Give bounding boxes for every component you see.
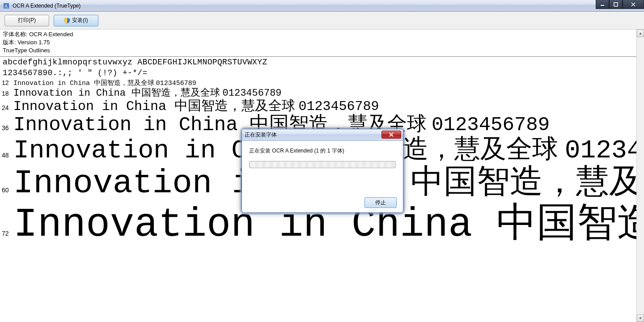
vertical-scrollbar[interactable]: ▲ ▼ bbox=[636, 30, 644, 322]
shield-icon bbox=[64, 17, 70, 24]
dialog-body: 正在安装 OCR A Extended (1 的 1 字体) bbox=[242, 141, 403, 174]
progress-bar bbox=[249, 161, 396, 168]
sample-text: Innovation in China 中国智造，慧及全球 0123456789 bbox=[13, 87, 282, 98]
sample-size-label: 12 bbox=[0, 79, 13, 86]
dialog-close-button[interactable] bbox=[381, 131, 401, 139]
toolbar: 打印(P) 安装(I) bbox=[0, 12, 644, 30]
maximize-button[interactable] bbox=[609, 0, 623, 9]
sample-size-label: 72 bbox=[0, 230, 13, 237]
window-title: OCR A Extended (TrueType) bbox=[13, 3, 80, 9]
print-button-label: 打印(P) bbox=[18, 17, 36, 24]
sample-row: 24Innovation in China 中国智造，慧及全球 01234567… bbox=[0, 98, 636, 114]
specimen-alphabet: abcdefghijklmnopqrstuvwxyz ABCDEFGHIJKLM… bbox=[0, 57, 636, 68]
install-button-label: 安装(I) bbox=[72, 17, 88, 24]
print-button[interactable]: 打印(P) bbox=[4, 15, 49, 26]
dialog-title: 正在安装字体 bbox=[245, 131, 277, 139]
scroll-down-arrow[interactable]: ▼ bbox=[637, 314, 644, 322]
install-button[interactable]: 安装(I) bbox=[54, 15, 98, 26]
close-button[interactable] bbox=[623, 0, 644, 9]
specimen-digits: 1234567890.:,; ' " (!?) +-*/= bbox=[0, 68, 636, 78]
svg-text:A: A bbox=[4, 4, 8, 8]
sample-text: Innovation in China 中国智造，慧及全球 0123456789 bbox=[13, 98, 379, 114]
window-controls bbox=[596, 0, 644, 9]
font-name-line: 字体名称: OCR A Extended bbox=[3, 30, 634, 38]
font-info: 字体名称: OCR A Extended 版本: Version 1.75 Tr… bbox=[0, 30, 636, 55]
sample-size-label: 18 bbox=[0, 90, 13, 97]
install-dialog: 正在安装字体 正在安装 OCR A Extended (1 的 1 字体) 停止 bbox=[242, 129, 403, 213]
sample-size-label: 36 bbox=[0, 124, 13, 131]
dialog-titlebar[interactable]: 正在安装字体 bbox=[242, 129, 403, 141]
minimize-button[interactable] bbox=[596, 0, 609, 9]
font-outlines-line: TrueType Outlines bbox=[3, 47, 634, 55]
svg-rect-3 bbox=[614, 3, 618, 6]
stop-button-label: 停止 bbox=[375, 199, 386, 207]
sample-row: 18Innovation in China 中国智造，慧及全球 01234567… bbox=[0, 87, 636, 98]
scroll-up-arrow[interactable]: ▲ bbox=[637, 30, 644, 37]
stop-button[interactable]: 停止 bbox=[364, 197, 397, 208]
font-version-line: 版本: Version 1.75 bbox=[3, 38, 634, 47]
dialog-message: 正在安装 OCR A Extended (1 的 1 字体) bbox=[249, 147, 396, 155]
sample-size-label: 48 bbox=[0, 152, 13, 159]
sample-size-label: 60 bbox=[0, 186, 13, 194]
sample-row: 12Innovation in China 中国智造，慧及全球 01234567… bbox=[0, 79, 636, 87]
app-icon: A bbox=[3, 2, 10, 9]
sample-size-label: 24 bbox=[0, 104, 13, 111]
window-titlebar: A OCR A Extended (TrueType) bbox=[0, 0, 644, 12]
sample-text: Innovation in China 中国智造，慧及全球 0123456789 bbox=[13, 80, 196, 87]
